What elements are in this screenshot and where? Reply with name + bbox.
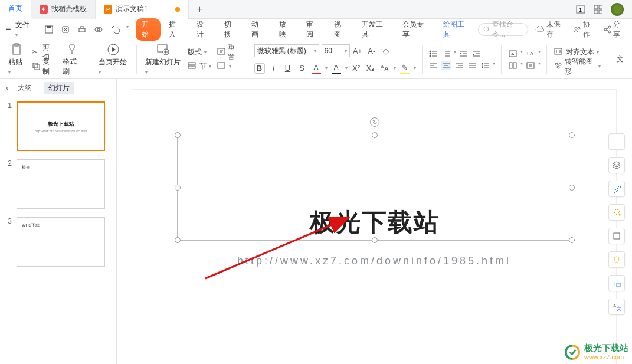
- menu-draw-tools[interactable]: 绘图工具: [437, 19, 476, 40]
- reading-layout-icon[interactable]: 1: [575, 4, 586, 15]
- textbox-tool-button[interactable]: T: [608, 275, 625, 291]
- decrease-font-icon[interactable]: A-: [366, 45, 377, 56]
- file-menu[interactable]: 文件 ▾: [13, 20, 35, 38]
- layers-button[interactable]: [608, 157, 625, 173]
- highlight-button[interactable]: A: [331, 62, 342, 74]
- resize-handle-ne[interactable]: [569, 132, 575, 138]
- underline-button[interactable]: U: [283, 63, 293, 74]
- resize-handle-w[interactable]: [175, 185, 181, 191]
- decrease-indent-button[interactable]: [459, 49, 469, 58]
- font-color-button[interactable]: A: [311, 62, 322, 74]
- user-avatar[interactable]: [611, 3, 624, 16]
- slide-canvas[interactable]: ↻ 极光下载站 http://www.xz7.com/downinfo/1985…: [117, 79, 632, 364]
- qat-dropdown-icon[interactable]: ▾: [126, 24, 129, 35]
- font-size-select[interactable]: 60▾: [322, 44, 350, 57]
- text-direction-button[interactable]: IA: [525, 49, 536, 58]
- menu-start[interactable]: 开始: [136, 18, 161, 41]
- resize-handle-e[interactable]: [569, 185, 575, 191]
- layout-button[interactable]: 版式 ▾: [186, 47, 212, 58]
- svg-rect-28: [218, 63, 225, 68]
- eyedropper-button[interactable]: [608, 181, 625, 197]
- crop-button[interactable]: [608, 228, 625, 244]
- resize-handle-nw[interactable]: [175, 132, 181, 138]
- slides-tab[interactable]: 幻灯片: [44, 82, 74, 94]
- menu-dev[interactable]: 开发工具: [356, 19, 394, 40]
- slide-thumbnail-1[interactable]: 极光下载站 http://www.xz7.com/downinfo/1985.h…: [17, 101, 105, 151]
- menu-review[interactable]: 审阅: [300, 19, 326, 40]
- print-icon[interactable]: [77, 24, 87, 35]
- command-search[interactable]: 查找命令...: [478, 23, 528, 36]
- new-tab-button[interactable]: +: [189, 4, 211, 15]
- menu-transition[interactable]: 切换: [218, 19, 244, 40]
- textbox-button[interactable]: A: [507, 49, 518, 58]
- text-highlight-button[interactable]: ✎: [399, 62, 410, 74]
- superscript-button[interactable]: X²: [351, 63, 362, 74]
- align-center-button[interactable]: [441, 61, 451, 70]
- collab-button[interactable]: 协作: [573, 19, 596, 40]
- bullets-button[interactable]: [428, 49, 438, 58]
- ribbon-overflow[interactable]: 文: [614, 54, 626, 64]
- translate-button[interactable]: A文: [608, 299, 625, 315]
- vertical-align-button[interactable]: [525, 61, 536, 70]
- tab-document[interactable]: P 演示文稿1: [96, 0, 189, 19]
- align-right-button[interactable]: [454, 61, 464, 70]
- undo-icon[interactable]: [110, 24, 120, 35]
- slide-title[interactable]: 极光下载站: [178, 206, 572, 239]
- people-icon: [573, 25, 581, 34]
- tab-templates[interactable]: ✦ 找稻壳模板: [31, 0, 96, 19]
- slide-props-button[interactable]: ▾: [216, 61, 241, 73]
- reset-button[interactable]: 重置: [216, 47, 241, 58]
- italic-button[interactable]: I: [268, 63, 279, 74]
- numbering-button[interactable]: [441, 49, 451, 58]
- from-current-slide-button[interactable]: 当页开始 ▾: [96, 43, 130, 76]
- menu-slideshow[interactable]: 放映: [273, 19, 299, 40]
- slide-number: 1: [6, 101, 12, 151]
- menu-view[interactable]: 视图: [328, 19, 353, 40]
- resize-handle-n[interactable]: [372, 132, 378, 138]
- svg-text:1: 1: [579, 7, 582, 13]
- align-left-button[interactable]: [428, 61, 438, 70]
- fill-button[interactable]: [608, 204, 625, 221]
- tab-home[interactable]: 首页: [0, 0, 31, 19]
- section-button[interactable]: 节 ▾: [186, 61, 212, 73]
- copy-button[interactable]: 复制: [31, 61, 56, 73]
- presentation-icon: P: [104, 5, 112, 14]
- bold-button[interactable]: B: [254, 63, 265, 74]
- hamburger-icon[interactable]: ≡: [6, 25, 11, 34]
- paste-button[interactable]: 粘贴 ▾: [6, 43, 27, 76]
- clear-format-icon[interactable]: ◇: [381, 45, 391, 56]
- format-painter-button[interactable]: 格式刷: [60, 42, 84, 77]
- font-family-select[interactable]: 微软雅黑 (标题)▾: [254, 44, 319, 57]
- idea-button[interactable]: [608, 251, 625, 268]
- convert-smart-button[interactable]: 转智能图形 ▾: [553, 61, 602, 73]
- outline-tab[interactable]: 大纲: [13, 82, 37, 94]
- export-icon[interactable]: [60, 24, 71, 35]
- increase-indent-button[interactable]: [471, 49, 482, 58]
- cloud-unsaved[interactable]: 未保存: [535, 19, 566, 40]
- menu-member[interactable]: 会员专享: [397, 19, 435, 40]
- new-slide-button[interactable]: 新建幻灯片 ▾: [143, 43, 184, 76]
- menu-animation[interactable]: 动画: [245, 19, 271, 40]
- collapse-float-button[interactable]: —: [608, 133, 625, 150]
- slide-thumbnail-3[interactable]: WPS下载: [17, 217, 105, 267]
- align-justify-button[interactable]: [467, 61, 477, 70]
- subscript-button[interactable]: X₃: [365, 63, 376, 74]
- line-spacing-button[interactable]: [480, 61, 490, 70]
- increase-font-icon[interactable]: A+: [352, 45, 363, 56]
- slide-subtitle[interactable]: http://www.xz7.com/downinfo/1985.html: [132, 255, 616, 267]
- menu-design[interactable]: 设计: [191, 19, 216, 40]
- preview-icon[interactable]: [93, 24, 104, 35]
- slide[interactable]: ↻ 极光下载站 http://www.xz7.com/downinfo/1985…: [132, 90, 616, 364]
- columns-button[interactable]: [507, 61, 518, 70]
- app-grid-icon[interactable]: [593, 4, 604, 15]
- change-case-button[interactable]: ᴬᴀ: [379, 63, 390, 74]
- save-icon[interactable]: [44, 24, 54, 35]
- strike-button[interactable]: S: [297, 63, 307, 74]
- title-textbox[interactable]: ↻ 极光下载站: [177, 135, 572, 241]
- rotate-handle[interactable]: ↻: [370, 117, 379, 127]
- svg-point-44: [619, 214, 621, 216]
- share-button[interactable]: 分享: [603, 19, 626, 40]
- svg-rect-26: [188, 66, 195, 68]
- slide-thumbnail-2[interactable]: 极光: [17, 159, 105, 209]
- menu-insert[interactable]: 插入: [163, 19, 188, 40]
